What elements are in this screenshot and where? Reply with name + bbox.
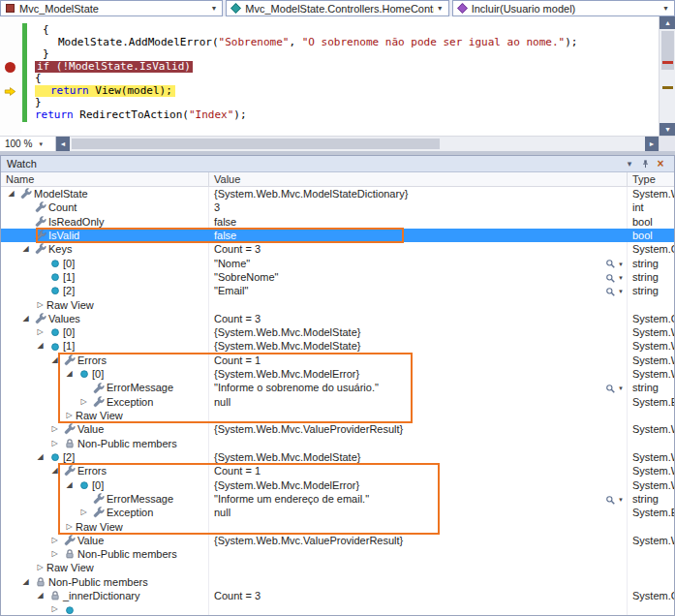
watch-row-value[interactable]: Count = 1: [209, 354, 628, 367]
type-dropdown[interactable]: Mvc_ModelState.Controllers.HomeControlle…: [226, 0, 448, 16]
watch-row[interactable]: ErrorMessage"Informe o sobrenome do usuá…: [1, 381, 674, 394]
watch-row[interactable]: ◢ErrorsCount = 1System.W: [1, 354, 674, 367]
tree-expander-open-icon[interactable]: ◢: [19, 242, 32, 256]
vertical-scrollbar-thumb[interactable]: [661, 31, 674, 70]
window-menu-icon[interactable]: ▾: [622, 159, 637, 169]
watch-row-value[interactable]: {System.Web.Mvc.ValueProviderResult}: [209, 534, 628, 547]
watch-row-value[interactable]: Count = 3: [209, 589, 628, 602]
tree-expander-closed-icon[interactable]: ▷: [34, 561, 46, 574]
watch-row-value[interactable]: Count = 1: [209, 464, 628, 477]
tree-expander-open-icon[interactable]: ◢: [34, 339, 46, 353]
watch-row-value[interactable]: [209, 547, 628, 561]
breakpoint-dot[interactable]: [5, 62, 15, 73]
watch-row[interactable]: ▷ExceptionnullSystem.E: [1, 506, 674, 519]
watch-row[interactable]: ◢[0]{System.Web.Mvc.ModelError}System.W: [1, 367, 674, 381]
watch-row[interactable]: ▷Non-Public members: [1, 437, 674, 450]
watch-row-value[interactable]: {System.Web.Mvc.ModelStateDictionary}: [209, 187, 628, 200]
close-icon[interactable]: ×: [653, 157, 668, 170]
watch-row-value[interactable]: 3: [209, 200, 628, 214]
magnifier-icon[interactable]: ▼: [605, 271, 624, 284]
watch-row[interactable]: IsReadOnlyfalsebool: [1, 215, 674, 229]
watch-row-value[interactable]: {System.Web.Mvc.ModelState}: [209, 339, 628, 353]
tree-expander-open-icon[interactable]: ◢: [63, 478, 76, 492]
watch-row-value[interactable]: null: [209, 506, 628, 519]
watch-row-value[interactable]: [209, 437, 628, 450]
watch-row-value[interactable]: {System.Web.Mvc.ModelError}: [209, 478, 628, 492]
watch-row-value[interactable]: "Informe o sobrenome do usuário."▼: [209, 381, 628, 394]
watch-row[interactable]: ◢[1]{System.Web.Mvc.ModelState}System.W: [1, 339, 674, 353]
watch-row-value[interactable]: [209, 575, 628, 589]
tree-expander-open-icon[interactable]: ◢: [5, 187, 17, 200]
watch-row-value[interactable]: "Informe um endereço de email."▼: [209, 492, 628, 506]
watch-row-value[interactable]: Count = 3: [209, 242, 628, 256]
watch-row-value[interactable]: {System.Web.Mvc.ValueProviderResult}: [209, 422, 628, 436]
watch-row-value[interactable]: [209, 409, 628, 422]
watch-row[interactable]: ◢ValuesCount = 3System.C: [1, 312, 674, 325]
tree-expander-closed-icon[interactable]: ▷: [34, 325, 46, 339]
scroll-up-button[interactable]: ▲: [660, 16, 675, 29]
watch-row[interactable]: ErrorMessage"Informe um endereço de emai…: [1, 492, 674, 506]
watch-row-value[interactable]: "SobreNome"▼: [209, 270, 628, 284]
watch-row[interactable]: [0]"Nome"▼string: [1, 257, 674, 270]
magnifier-icon[interactable]: ▼: [605, 382, 624, 394]
watch-row[interactable]: Count3int: [1, 200, 674, 214]
watch-row[interactable]: ◢_innerDictionaryCount = 3System.C: [1, 589, 674, 602]
watch-row[interactable]: [1]"SobreNome"▼string: [1, 270, 674, 284]
tree-expander-open-icon[interactable]: ◢: [34, 450, 46, 464]
watch-row-value[interactable]: null: [209, 395, 628, 409]
watch-row-value[interactable]: "Nome"▼: [209, 257, 628, 270]
tree-expander-open-icon[interactable]: ◢: [19, 312, 32, 325]
watch-row-value[interactable]: {System.Web.Mvc.ModelError}: [209, 367, 628, 381]
watch-row[interactable]: ▷Raw View: [1, 561, 674, 574]
watch-row[interactable]: ◢[2]{System.Web.Mvc.ModelState}System.W: [1, 450, 674, 464]
tree-expander-closed-icon[interactable]: ▷: [77, 506, 90, 519]
watch-row-value[interactable]: Count = 3: [209, 312, 628, 325]
watch-title-bar[interactable]: Watch ▾ ×: [1, 156, 674, 172]
horizontal-scrollbar-thumb[interactable]: [72, 139, 440, 149]
watch-row-value[interactable]: {System.Web.Mvc.ModelState}: [209, 325, 628, 339]
watch-row-value[interactable]: [209, 602, 628, 615]
tree-expander-open-icon[interactable]: ◢: [19, 575, 32, 589]
watch-row-value[interactable]: [209, 561, 628, 574]
tree-expander-closed-icon[interactable]: ▷: [34, 298, 46, 312]
magnifier-icon[interactable]: ▼: [605, 285, 624, 297]
tree-expander-closed-icon[interactable]: ▷: [48, 534, 61, 547]
watch-row[interactable]: ◢KeysCount = 3System.C: [1, 242, 674, 256]
tree-expander-closed-icon[interactable]: ▷: [63, 409, 76, 422]
watch-row[interactable]: ▷Non-Public members: [1, 547, 674, 561]
watch-row-value[interactable]: "Email"▼: [209, 284, 628, 297]
magnifier-icon[interactable]: ▼: [605, 493, 624, 506]
watch-row[interactable]: ▷Value{System.Web.Mvc.ValueProviderResul…: [1, 534, 674, 547]
code-area[interactable]: {ModelState.AddModelError("Sobrenome", "…: [0, 16, 659, 136]
watch-row-value[interactable]: [209, 520, 628, 534]
watch-row[interactable]: ▷: [1, 602, 674, 615]
tree-expander-open-icon[interactable]: ◢: [48, 354, 61, 367]
tree-expander-closed-icon[interactable]: ▷: [63, 520, 76, 534]
magnifier-icon[interactable]: ▼: [605, 258, 624, 270]
tree-expander-closed-icon[interactable]: ▷: [48, 602, 61, 615]
scroll-down-button[interactable]: ▼: [660, 123, 675, 136]
watch-row-value[interactable]: false: [209, 215, 628, 229]
watch-row-value[interactable]: false: [209, 229, 628, 242]
watch-row[interactable]: ▷Raw View: [1, 298, 674, 312]
watch-row[interactable]: ▷Value{System.Web.Mvc.ValueProviderResul…: [1, 422, 674, 436]
watch-row[interactable]: ▷Raw View: [1, 520, 674, 534]
watch-row[interactable]: ▷[0]{System.Web.Mvc.ModelState}System.W: [1, 325, 674, 339]
tree-expander-open-icon[interactable]: ◢: [63, 367, 76, 381]
pin-icon[interactable]: [637, 158, 653, 169]
project-dropdown[interactable]: Mvc_ModelState ▼: [0, 0, 223, 16]
watch-row[interactable]: ◢ErrorsCount = 1System.W: [1, 464, 674, 477]
tree-expander-open-icon[interactable]: ◢: [48, 464, 61, 477]
tree-expander-closed-icon[interactable]: ▷: [48, 422, 61, 436]
watch-row-value[interactable]: {System.Web.Mvc.ModelState}: [209, 450, 628, 464]
watch-row[interactable]: ▷Raw View: [1, 409, 674, 422]
tree-expander-closed-icon[interactable]: ▷: [77, 395, 90, 409]
watch-row[interactable]: ◢Non-Public members: [1, 575, 674, 589]
watch-row[interactable]: ◢[0]{System.Web.Mvc.ModelError}System.W: [1, 478, 674, 492]
watch-row[interactable]: [2]"Email"▼string: [1, 284, 674, 297]
tree-expander-closed-icon[interactable]: ▷: [48, 437, 61, 450]
scroll-left-button[interactable]: ◄: [56, 137, 70, 151]
scroll-right-button[interactable]: ►: [645, 137, 659, 151]
watch-row[interactable]: ◢ModelState{System.Web.Mvc.ModelStateDic…: [1, 187, 674, 200]
watch-row-value[interactable]: [209, 298, 628, 312]
